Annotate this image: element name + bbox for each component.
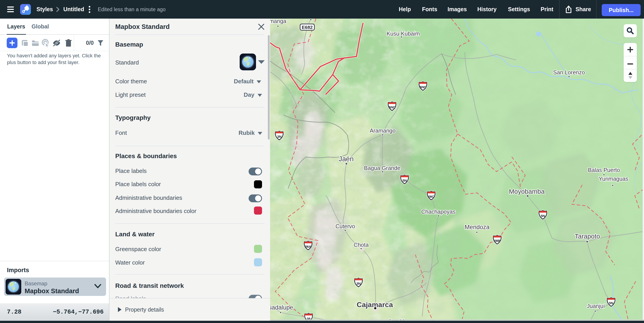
- svg-text:manga: manga: [270, 19, 286, 24]
- svg-text:5N: 5N: [609, 301, 613, 305]
- svg-text:5NC: 5NC: [420, 85, 426, 89]
- svg-text:Bagua Grande: Bagua Grande: [364, 165, 400, 171]
- svg-text:Yurimaguas: Yurimaguas: [599, 176, 628, 182]
- svg-text:Jaén: Jaén: [338, 155, 354, 163]
- svg-text:Balas Puerto: Balas Puerto: [588, 167, 620, 173]
- svg-text:Kusu Kubaim: Kusu Kubaim: [387, 31, 420, 37]
- svg-text:San Lorenzo: San Lorenzo: [553, 69, 585, 76]
- svg-text:E682: E682: [302, 25, 312, 30]
- svg-text:Cutervo: Cutervo: [336, 223, 355, 229]
- svg-text:Chachapoyas: Chachapoyas: [421, 209, 456, 215]
- svg-text:Aramango: Aramango: [370, 127, 396, 134]
- svg-text:5N: 5N: [540, 214, 545, 218]
- svg-text:3N: 3N: [277, 135, 281, 138]
- svg-text:08B: 08B: [494, 239, 500, 243]
- svg-text:06A: 06A: [305, 245, 311, 248]
- svg-text:5NC: 5NC: [389, 105, 396, 109]
- svg-text:Tarapoto: Tarapoto: [575, 233, 600, 240]
- svg-text:Mendoza: Mendoza: [464, 224, 490, 230]
- svg-text:Juanjuí: Juanjuí: [587, 303, 605, 309]
- svg-text:Moyobamba: Moyobamba: [509, 188, 545, 195]
- svg-text:08C: 08C: [428, 195, 434, 198]
- svg-text:uadalupe: uadalupe: [270, 304, 293, 311]
- svg-text:3N: 3N: [356, 281, 360, 285]
- svg-text:5N: 5N: [402, 179, 406, 182]
- svg-text:Chota: Chota: [354, 242, 369, 248]
